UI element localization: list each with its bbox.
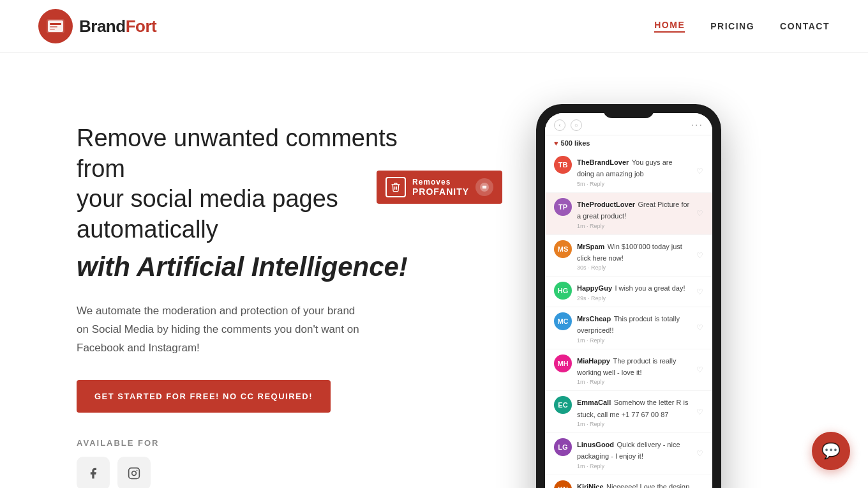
avatar: LG (554, 438, 572, 456)
comment-item: TB TheBrandLover You guys are doing an a… (545, 151, 712, 193)
comment-meta: 5m · Reply (577, 181, 691, 187)
comment-meta: 1m · Reply (577, 421, 691, 427)
comment-username: MrsCheap (577, 315, 611, 323)
comment-body: TheProductLover Great Picture for a grea… (577, 198, 691, 229)
chat-button[interactable]: 💬 (812, 432, 850, 470)
facebook-icon (87, 467, 100, 480)
phone-screen: ‹ ○ ··· ♥ 500 likes TB (545, 113, 712, 488)
phone-mockup: Removes PROFANITY (536, 104, 740, 488)
comment-meta: 1m · Reply (577, 463, 691, 469)
nav-pricing[interactable]: PRICING (710, 21, 754, 31)
spam-profanity-text: PROFANITY (412, 187, 469, 197)
comment-item: MC MrsCheap This prodcut is totally over… (545, 307, 712, 349)
comment-body: KiriNice Niceeeee! Love the design of it… (577, 480, 691, 488)
facebook-icon-box[interactable] (77, 457, 110, 488)
like-icon: ♡ (696, 251, 703, 260)
svg-point-7 (132, 471, 137, 476)
svg-rect-4 (50, 26, 57, 27)
svg-rect-5 (50, 29, 55, 30)
like-icon: ♡ (696, 365, 703, 374)
comment-text: I wish you a great day! (615, 284, 685, 292)
phone-back-icon: ‹ (554, 119, 565, 131)
like-icon: ♡ (696, 209, 703, 218)
avatar: TP (554, 198, 572, 216)
comment-meta: 1m · Reply (577, 223, 691, 229)
comment-meta: 1m · Reply (577, 379, 691, 385)
like-icon: ♡ (696, 408, 703, 416)
comment-body: EmmaCall Somehow the letter R is stuck, … (577, 396, 691, 427)
comment-item: HG HappyGuy I wish you a great day! 29s … (545, 277, 712, 307)
comment-meta: 30s · Reply (577, 264, 691, 271)
svg-rect-3 (50, 23, 61, 25)
navbar: BrandFort HOME PRICING CONTACT (0, 0, 868, 53)
comment-item: MS MrSpam Win $100'000 today just click … (545, 235, 712, 277)
comment-body: HappyGuy I wish you a great day! 29s · R… (577, 282, 691, 301)
like-icon: ♡ (696, 323, 703, 332)
comment-item: KN KiriNice Niceeeee! Love the design of… (545, 475, 712, 488)
phone-outer: ‹ ○ ··· ♥ 500 likes TB (536, 104, 721, 488)
logo[interactable]: BrandFort (38, 9, 156, 43)
nav-home[interactable]: HOME (654, 20, 685, 33)
like-icon: ♡ (696, 287, 703, 296)
comment-body: LinusGood Quick delivery - nice packagin… (577, 438, 691, 469)
spam-logo-icon (475, 178, 493, 196)
phone-icons-left: ‹ ○ (554, 119, 582, 131)
brand-logo-icon (38, 9, 73, 43)
comment-item: MH MiaHappy The product is really workin… (545, 349, 712, 392)
trash-svg (391, 182, 401, 192)
phone-notch (603, 104, 654, 118)
comment-username: MrSpam (577, 243, 604, 250)
avatar: EC (554, 396, 572, 414)
comment-username: KiriNice (577, 483, 604, 488)
brand-name: BrandFort (79, 17, 156, 36)
nav-contact[interactable]: CONTACT (780, 21, 830, 31)
svg-point-8 (137, 470, 138, 471)
comment-meta: 1m · Reply (577, 337, 691, 344)
comments-area: TB TheBrandLover You guys are doing an a… (545, 151, 712, 488)
avatar: HG (554, 282, 572, 300)
phone-msg-icon: ○ (571, 119, 582, 131)
svg-rect-10 (483, 186, 486, 189)
comment-item: TP TheProductLover Great Picture for a g… (545, 193, 712, 235)
trash-icon (385, 177, 406, 197)
comment-body: MiaHappy The product is really working w… (577, 355, 691, 386)
cta-button[interactable]: GET STARTED FOR FREE! NO CC REQUIRED! (77, 380, 331, 413)
comment-item: LG LinusGood Quick delivery - nice packa… (545, 433, 712, 475)
like-icon: ♡ (696, 449, 703, 458)
comment-username: EmmaCall (577, 399, 611, 406)
nav-links: HOME PRICING CONTACT (654, 20, 830, 33)
svg-rect-6 (129, 468, 140, 479)
instagram-icon-box[interactable] (117, 457, 151, 488)
comment-body: MrsCheap This prodcut is totally overpri… (577, 312, 691, 344)
chat-icon: 💬 (821, 442, 841, 460)
avatar: MH (554, 355, 572, 372)
spam-removes-text: Removes (412, 178, 469, 187)
hero-left: Remove unwanted comments from your socia… (77, 91, 447, 488)
likes-row: ♥ 500 likes (545, 135, 712, 151)
hero-description: We automate the moderation and protectio… (77, 302, 364, 358)
hero-section: Remove unwanted comments from your socia… (0, 53, 868, 488)
social-icons (77, 457, 447, 488)
instagram-icon (128, 467, 140, 480)
like-icon: ♡ (696, 167, 703, 176)
avatar: MC (554, 312, 572, 330)
phone-options-icon: ··· (691, 119, 703, 131)
comment-username: MiaHappy (577, 357, 610, 365)
hero-right: Removes PROFANITY (447, 91, 830, 488)
avatar: MS (554, 240, 572, 258)
comment-meta: 29s · Reply (577, 295, 691, 301)
comment-username: TheBrandLover (577, 158, 629, 166)
comment-username: TheProductLover (577, 201, 635, 208)
avatar: TB (554, 156, 572, 174)
available-label: AVAILABLE FOR (77, 438, 447, 448)
comment-body: MrSpam Win $100'000 today just click her… (577, 240, 691, 271)
likes-count: 500 likes (561, 139, 590, 147)
comment-username: HappyGuy (577, 284, 612, 292)
heart-icon: ♥ (554, 139, 558, 147)
avatar: KN (554, 480, 572, 488)
comment-item: EC EmmaCall Somehow the letter R is stuc… (545, 391, 712, 433)
comment-username: LinusGood (577, 441, 614, 448)
comment-body: TheBrandLover You guys are doing an amaz… (577, 156, 691, 187)
hero-subtitle: with Artificial Intelligence! (77, 251, 447, 283)
